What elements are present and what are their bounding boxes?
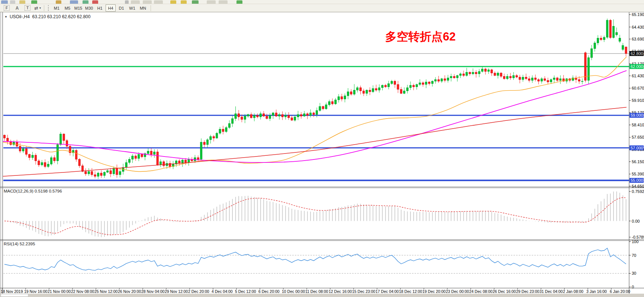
svg-text:29 Dec 23:00: 29 Dec 23:00 (516, 289, 540, 294)
svg-text:60.670: 60.670 (632, 86, 644, 90)
tab-timeframe-m15[interactable]: M15 (73, 4, 83, 12)
svg-text:18 Dec 12:00: 18 Dec 12:00 (399, 289, 422, 294)
svg-text:10 Dec 00:00: 10 Dec 00:00 (282, 289, 305, 294)
clipped-new-order-icon[interactable] (31, 0, 37, 4)
svg-text:100: 100 (632, 239, 638, 244)
svg-text:63.690: 63.690 (632, 37, 644, 41)
tab-timeframe-d1[interactable]: D1 (116, 4, 126, 12)
svg-text:59.000: 59.000 (631, 113, 643, 117)
svg-text:3 Jan 16:00: 3 Jan 16:00 (586, 289, 607, 294)
svg-text:6 Jan 20:00: 6 Jan 20:00 (610, 289, 630, 294)
svg-text:22 Nov 08:00: 22 Nov 08:00 (71, 289, 94, 294)
svg-text:28 Nov 04:00: 28 Nov 04:00 (141, 289, 165, 294)
clipped-main-toolbar (0, 0, 644, 4)
clipped-tester-icon[interactable] (83, 0, 88, 4)
svg-text:26 Nov 20:00: 26 Nov 20:00 (118, 289, 141, 294)
svg-text:57.000: 57.000 (631, 146, 643, 150)
arrows-tool-icon[interactable]: ⇄ ▼ (34, 5, 42, 11)
clipped-add-indicator-icon[interactable] (236, 0, 242, 4)
clipped-bar-chart-icon[interactable] (131, 0, 140, 4)
svg-text:58.410: 58.410 (632, 123, 644, 127)
svg-text:59.910: 59.910 (632, 98, 644, 103)
clipped-stop-icon[interactable] (92, 0, 98, 4)
clipped-zoom-in-icon[interactable] (170, 0, 176, 4)
svg-text:55.390: 55.390 (632, 172, 644, 176)
svg-text:56.150: 56.150 (632, 159, 644, 164)
tools-and-timeframe-toolbar: F A T ⇄ ▼ M1M5M15M30H1H4D1W1MN (0, 4, 644, 12)
svg-text:6 Dec 20:00: 6 Dec 20:00 (258, 289, 280, 294)
toolbar-drag-handle[interactable] (48, 5, 50, 11)
svg-text:15 Dec 23:00: 15 Dec 23:00 (352, 289, 376, 294)
svg-text:2 Dec 20:00: 2 Dec 20:00 (188, 289, 209, 294)
svg-text:25 Nov 12:00: 25 Nov 12:00 (94, 289, 118, 294)
svg-text:55.000: 55.000 (631, 178, 643, 183)
svg-text:0.00: 0.00 (632, 219, 640, 223)
svg-text:5 Dec 12:00: 5 Dec 12:00 (235, 289, 256, 294)
svg-text:62.000: 62.000 (631, 64, 643, 69)
rsi-indicator-label: RSI(14) 52.2395 (4, 242, 35, 246)
toolbar-separator (151, 5, 151, 11)
arrows-glyph: ⇄ (35, 6, 38, 11)
svg-text:11 Dec 08:00: 11 Dec 08:00 (305, 289, 328, 294)
svg-text:17 Dec 04:00: 17 Dec 04:00 (376, 289, 399, 294)
clipped-separator-icon[interactable] (125, 0, 129, 4)
svg-text:62.800: 62.800 (631, 51, 643, 56)
clipped-candle-chart-icon[interactable] (143, 0, 152, 4)
crosshair-tool-icon[interactable]: F (3, 5, 10, 11)
svg-text:54.650: 54.650 (632, 184, 644, 188)
clipped-chart-window-icon[interactable] (1, 0, 8, 4)
metatrader-window: 65.19064.43063.69062.93062.17061.43060.6… (0, 0, 644, 297)
svg-text:23 Dec 00:00: 23 Dec 00:00 (446, 289, 469, 294)
clipped-autotrade-icon[interactable] (56, 0, 61, 4)
svg-text:0: 0 (632, 285, 634, 289)
svg-text:64.430: 64.430 (632, 25, 644, 29)
symbol-ohlc-text: USOil-,H4 63.210 63.210 62.620 62.800 (10, 14, 91, 19)
clipped-line-chart-icon[interactable] (154, 0, 163, 4)
chart-canvas[interactable]: 65.19064.43063.69062.93062.17061.43060.6… (0, 0, 644, 297)
symbol-dropdown-icon[interactable]: ▼ (4, 15, 7, 19)
svg-text:24 Dec 08:00: 24 Dec 08:00 (469, 289, 493, 294)
svg-text:19 Dec 20:00: 19 Dec 20:00 (422, 289, 446, 294)
tab-timeframe-h4[interactable]: H4 (106, 4, 116, 12)
text-label-tool-icon[interactable]: A (13, 5, 21, 11)
svg-text:65.190: 65.190 (632, 12, 644, 17)
clipped-window-icon[interactable] (207, 0, 216, 4)
tab-timeframe-m30[interactable]: M30 (84, 4, 94, 12)
tab-timeframe-m1[interactable]: M1 (52, 4, 62, 12)
svg-text:61.430: 61.430 (632, 74, 644, 78)
tab-timeframe-w1[interactable]: W1 (127, 4, 137, 12)
svg-text:0.7592: 0.7592 (632, 189, 644, 194)
svg-text:30: 30 (632, 271, 636, 275)
chart-text-annotation[interactable]: 多空转折点62 (385, 29, 455, 45)
clipped-window2-icon[interactable] (219, 0, 228, 4)
text-box-tool-icon[interactable]: T (24, 5, 31, 11)
clipped-zoom-out-icon[interactable] (181, 0, 187, 4)
macd-indicator-label: MACD(12,26,9) 0.5198 0.5796 (4, 189, 62, 193)
chevron-down-icon[interactable]: ▼ (39, 7, 42, 9)
svg-text:29 Nov 12:00: 29 Nov 12:00 (165, 289, 188, 294)
svg-text:18 Nov 2019: 18 Nov 2019 (1, 289, 23, 294)
svg-text:57.650: 57.650 (632, 135, 644, 139)
svg-text:70: 70 (632, 253, 636, 258)
svg-text:21 Nov 00:00: 21 Nov 00:00 (48, 289, 71, 294)
tab-timeframe-m5[interactable]: M5 (62, 4, 73, 12)
chart-symbol-header[interactable]: ▼ USOil-,H4 63.210 63.210 62.620 62.800 (4, 14, 90, 19)
svg-text:19 Nov 16:00: 19 Nov 16:00 (24, 289, 48, 294)
tab-timeframe-h1[interactable]: H1 (95, 4, 105, 12)
svg-text:-0.5785: -0.5785 (632, 235, 644, 239)
tab-timeframe-mn[interactable]: MN (138, 4, 148, 12)
svg-text:31 Dec 04:00: 31 Dec 04:00 (540, 289, 563, 294)
clipped-terminal-icon[interactable] (70, 0, 78, 4)
clipped-grid-icon[interactable] (192, 0, 199, 4)
clipped-zoom-icon[interactable] (19, 0, 25, 4)
timeframe-button-group: M1M5M15M30H1H4D1W1MN (51, 4, 148, 12)
clipped-profile-icon[interactable] (10, 0, 15, 4)
svg-text:26 Dec 16:00: 26 Dec 16:00 (493, 289, 516, 294)
svg-text:4 Dec 04:00: 4 Dec 04:00 (212, 289, 233, 294)
toolbar-separator (44, 5, 44, 11)
svg-text:12 Dec 16:00: 12 Dec 16:00 (329, 289, 352, 294)
svg-text:2 Jan 08:00: 2 Jan 08:00 (563, 289, 583, 294)
